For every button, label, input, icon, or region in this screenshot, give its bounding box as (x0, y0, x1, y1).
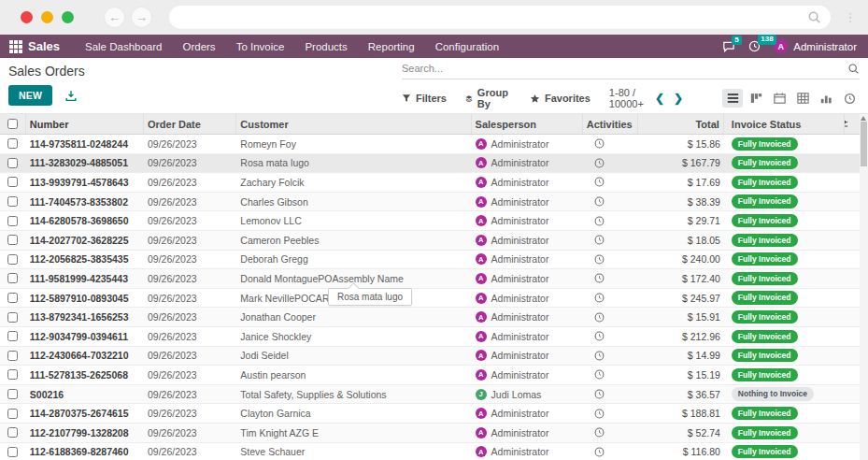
order-total: $ 212.96 (638, 331, 723, 342)
row-checkbox[interactable] (7, 427, 18, 438)
app-name[interactable]: Sales (28, 39, 60, 53)
row-checkbox[interactable] (7, 235, 18, 245)
table-row[interactable]: 113-9939791-4578643 09/26/2023 Zachary F… (0, 173, 860, 193)
table-row[interactable]: 111-5278135-2625068 09/26/2023 Austin pe… (0, 366, 860, 385)
export-download-icon[interactable] (64, 90, 78, 102)
row-checkbox[interactable] (7, 409, 18, 419)
table-row[interactable]: S00216 09/26/2023 Total Safety, Supplies… (0, 385, 860, 405)
row-checkbox[interactable] (7, 138, 18, 149)
minimize-window-button[interactable] (41, 11, 53, 23)
activity-clock-icon[interactable] (594, 409, 605, 419)
activity-clock-icon[interactable] (594, 216, 605, 226)
activity-clock-icon[interactable] (594, 196, 605, 207)
column-header-invoice-status[interactable]: Invoice Status (724, 114, 845, 134)
pager-next-icon[interactable]: ❯ (674, 93, 683, 104)
table-row[interactable]: 112-2107799-1328208 09/26/2023 Tim Knigh… (0, 424, 860, 443)
table-row[interactable]: 114-2870375-2674615 09/26/2023 Clayton G… (0, 404, 860, 424)
activity-clock-icon[interactable] (594, 331, 605, 341)
address-bar[interactable] (169, 6, 831, 29)
activity-clock-icon[interactable] (594, 235, 605, 245)
row-checkbox[interactable] (7, 369, 18, 380)
scrollbar-up-icon[interactable] (861, 116, 866, 121)
group-by-button[interactable]: Group By (465, 87, 511, 109)
column-header-customer[interactable]: Customer (236, 114, 471, 134)
row-checkbox[interactable] (7, 447, 18, 457)
activity-clock-icon[interactable] (594, 351, 605, 361)
activity-view-icon[interactable] (839, 89, 860, 108)
row-checkbox[interactable] (7, 273, 18, 283)
column-header-number[interactable]: Number (26, 114, 144, 134)
new-button[interactable]: NEW (8, 85, 52, 106)
vertical-scrollbar[interactable] (860, 114, 868, 460)
table-row[interactable]: 113-8792341-1656253 09/26/2023 Jonathan … (0, 308, 860, 327)
optional-columns-icon[interactable] (845, 119, 848, 130)
filters-button[interactable]: Filters (402, 93, 447, 104)
search-input[interactable] (402, 63, 847, 74)
pivot-view-icon[interactable] (792, 89, 813, 108)
kanban-view-icon[interactable] (746, 89, 766, 108)
table-row[interactable]: 111-9581999-4235443 09/26/2023 Donald Mo… (0, 269, 860, 289)
activity-clock-icon[interactable] (594, 293, 605, 303)
row-checkbox[interactable] (7, 196, 18, 207)
column-header-activities[interactable]: Activities (583, 114, 639, 134)
row-checkbox[interactable] (7, 293, 18, 303)
column-header-order-date[interactable]: Order Date (144, 114, 236, 134)
close-window-button[interactable] (21, 11, 33, 23)
column-header-salesperson[interactable]: Salesperson (472, 114, 583, 134)
row-checkbox[interactable] (7, 158, 18, 168)
activity-clock-icon[interactable] (594, 389, 605, 399)
menu-orders[interactable]: Orders (172, 41, 225, 52)
activity-clock-icon[interactable] (594, 427, 605, 438)
table-row[interactable]: 111-7404573-8353802 09/26/2023 Charles G… (0, 193, 860, 212)
row-checkbox[interactable] (7, 177, 18, 187)
activity-clock-icon[interactable] (594, 138, 605, 149)
browser-chrome: ← → ⋮ (0, 0, 868, 35)
menu-configuration[interactable]: Configuration (425, 41, 509, 52)
table-row[interactable]: 114-6280578-3698650 09/26/2023 Lemonov L… (0, 211, 860, 231)
menu-sale-dashboard[interactable]: Sale Dashboard (75, 41, 172, 52)
table-row[interactable]: 114-2027702-3628225 09/26/2023 Cameron P… (0, 231, 860, 251)
row-checkbox[interactable] (7, 254, 18, 265)
row-checkbox[interactable] (7, 351, 18, 361)
calendar-view-icon[interactable] (769, 89, 790, 108)
table-row[interactable]: 112-5897910-0893045 09/26/2023 Mark Nevi… (0, 289, 860, 309)
select-all-checkbox[interactable] (7, 119, 18, 129)
row-checkbox[interactable] (7, 331, 18, 341)
pager-previous-icon[interactable]: ❮ (655, 93, 664, 104)
search-icon[interactable] (847, 63, 860, 75)
activities-clock-icon[interactable]: 138 (748, 40, 761, 52)
menu-products[interactable]: Products (294, 41, 357, 52)
scrollbar-thumb[interactable] (861, 122, 867, 166)
user-menu[interactable]: A Administrator (774, 39, 857, 53)
activity-clock-icon[interactable] (594, 273, 605, 283)
activity-clock-icon[interactable] (594, 177, 605, 187)
row-checkbox[interactable] (7, 389, 18, 399)
apps-grid-icon[interactable] (9, 40, 22, 53)
table-row[interactable]: 112-6188369-8287460 09/26/2023 Steve Sch… (0, 443, 860, 460)
maximize-window-button[interactable] (62, 11, 74, 23)
table-row[interactable]: 112-2430664-7032210 09/26/2023 Jodi Seid… (0, 347, 860, 367)
activity-clock-icon[interactable] (594, 447, 605, 457)
messages-icon[interactable]: 5 (722, 41, 735, 52)
activity-clock-icon[interactable] (594, 369, 605, 380)
column-header-total[interactable]: Total (638, 114, 723, 134)
browser-back-button[interactable]: ← (104, 7, 125, 28)
graph-view-icon[interactable] (816, 89, 836, 108)
activity-clock-icon[interactable] (594, 312, 605, 323)
row-checkbox[interactable] (7, 216, 18, 226)
table-row[interactable]: 112-9034799-0394611 09/26/2023 Janice Sh… (0, 327, 860, 347)
table-row[interactable]: 111-3283029-4885051 09/26/2023 Rosa mata… (0, 154, 860, 174)
search-bar[interactable] (402, 58, 860, 79)
menu-reporting[interactable]: Reporting (358, 41, 425, 52)
activity-clock-icon[interactable] (594, 158, 605, 168)
browser-forward-button[interactable]: → (131, 7, 152, 28)
activity-clock-icon[interactable] (594, 254, 605, 265)
row-checkbox[interactable] (7, 312, 18, 323)
address-search-icon[interactable] (807, 10, 821, 24)
table-row[interactable]: 112-2056825-3835435 09/26/2023 Deborah G… (0, 251, 860, 270)
favorites-button[interactable]: Favorites (530, 93, 591, 104)
list-view-icon[interactable] (722, 89, 743, 108)
table-row[interactable]: 114-9735811-0248244 09/26/2023 Romeyn Fo… (0, 135, 860, 154)
menu-to-invoice[interactable]: To Invoice (226, 41, 295, 52)
browser-menu-icon[interactable]: ⋮ (844, 10, 857, 24)
